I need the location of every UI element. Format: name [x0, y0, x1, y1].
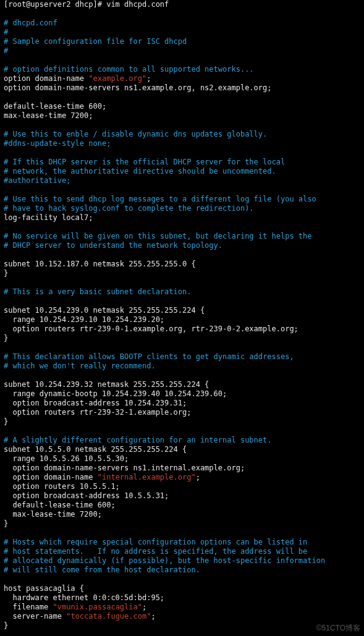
config-line: option broadcast-address 10.254.239.31; [4, 399, 187, 407]
config-line: ; [151, 612, 155, 621]
config-line: filename [4, 603, 53, 611]
comment-line: # will still come from the host declarat… [4, 566, 200, 574]
config-line: subnet 10.5.5.0 netmask 255.255.255.224 … [4, 445, 187, 454]
config-line: option routers 10.5.5.1; [4, 482, 120, 491]
config-line: option routers rtr-239-0-1.example.org, … [4, 324, 298, 333]
config-line: ; [196, 473, 200, 481]
comment-line: # This declaration allows BOOTP clients … [4, 352, 294, 361]
config-line: range 10.254.239.10 10.254.239.20; [4, 315, 164, 324]
config-line: default-lease-time 600; [4, 501, 116, 509]
config-line: } [4, 417, 8, 426]
shell-prompt: [root@upserver2 dhcp]# [4, 0, 106, 9]
string-literal: "example.org" [88, 74, 146, 83]
config-line: option domain-name [4, 74, 88, 83]
comment-line: # A slightly different configuration for… [4, 436, 271, 444]
string-literal: "internal.example.org" [98, 473, 196, 481]
comment-line: # have to hack syslog.conf to complete t… [4, 204, 254, 213]
string-literal: "vmunix.passacaglia" [53, 603, 142, 611]
config-line: hardware ethernet 0:0:c0:5d:bd:95; [4, 593, 164, 602]
comment-line: # [4, 28, 8, 36]
terminal-output: [root@upserver2 dhcp]# vim dhcpd.conf # … [0, 0, 364, 634]
config-line: server-name [4, 612, 66, 621]
comment-line: # Hosts which require special configurat… [4, 538, 307, 546]
comment-line: # Use this to send dhcp log messages to … [4, 195, 316, 203]
comment-line: # Use this to enble / disable dynamic dn… [4, 130, 267, 138]
comment-line: # DHCP server to understand the network … [4, 241, 222, 250]
config-line: } [4, 519, 8, 528]
config-line: } [4, 269, 8, 278]
config-line: } [4, 621, 8, 630]
comment-line: # allocated dynamically (if possible), b… [4, 556, 325, 565]
comment-line: # This is a very basic subnet declaratio… [4, 287, 191, 296]
config-line: option routers rtr-239-32-1.example.org; [4, 408, 191, 417]
comment-line: # network, the authoritative directive s… [4, 167, 276, 176]
comment-line: # No service will be given on this subne… [4, 232, 312, 240]
config-line: range dynamic-bootp 10.254.239.40 10.254… [4, 389, 227, 398]
config-line: option broadcast-address 10.5.5.31; [4, 491, 169, 500]
config-line: max-lease-time 7200; [4, 111, 93, 120]
config-line: log-facility local7; [4, 213, 93, 222]
comment-line: # which we don't really recommend. [4, 362, 156, 370]
config-line: option domain-name-servers ns1.internal.… [4, 464, 245, 472]
config-line: option domain-name [4, 473, 98, 481]
config-line: subnet 10.254.239.0 netmask 255.255.255.… [4, 306, 205, 315]
comment-line: # option definitions common to all suppo… [4, 65, 254, 74]
config-line: ; [142, 603, 146, 611]
comment-line: # [4, 46, 8, 55]
config-line: } [4, 334, 8, 342]
config-line: max-lease-time 7200; [4, 510, 102, 519]
shell-command: vim dhcpd.conf [106, 0, 169, 9]
config-line: default-lease-time 600; [4, 102, 106, 111]
config-line: subnet 10.254.239.32 netmask 255.255.255… [4, 380, 209, 389]
config-line: subnet 10.152.187.0 netmask 255.255.255.… [4, 260, 196, 268]
comment-line: # dhcpd.conf [4, 19, 57, 27]
comment-line: # host statements. If no address is spec… [4, 547, 307, 556]
config-line: host passacaglia { [4, 584, 84, 593]
comment-line: #ddns-update-style none; [4, 139, 111, 148]
config-line: option domain-name-servers ns1.example.o… [4, 83, 271, 92]
comment-line: #authoritative; [4, 176, 70, 185]
comment-line: # If this DHCP server is the official DH… [4, 158, 285, 166]
comment-line: # Sample configuration file for ISC dhcp… [4, 37, 187, 46]
string-literal: "toccata.fugue.com" [66, 612, 151, 621]
config-line: range 10.5.5.26 10.5.5.30; [4, 454, 129, 463]
config-line: ; [146, 74, 151, 83]
